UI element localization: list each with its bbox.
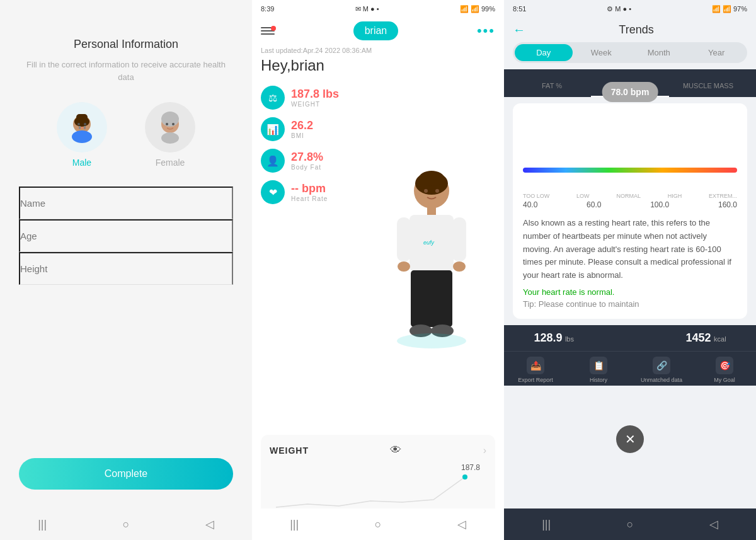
chart-arrow-icon[interactable]: › <box>483 445 486 456</box>
complete-button[interactable]: Complete <box>19 458 233 490</box>
screen-dashboard: 8:39 ✉ M ● • 📶 📶 99% brian ••• Last upda… <box>252 0 504 540</box>
svg-rect-2 <box>76 114 88 120</box>
bodyfat-metric[interactable]: 👤 27.8% Body Fat <box>261 149 353 173</box>
user-pill[interactable]: brian <box>353 21 399 40</box>
nav3-back-icon[interactable]: ||| <box>542 518 551 531</box>
unmatched-data-label: Unmatched data <box>641 377 682 383</box>
heart-description: Also known as a resting heart rate, this… <box>523 217 737 282</box>
heartrate-icon: ❤ <box>261 180 285 204</box>
heartrate-metric[interactable]: ❤ -- bpm Heart Rate <box>261 180 353 204</box>
chart-area: 187.8 <box>270 463 486 514</box>
male-avatar-image <box>57 102 107 152</box>
nav3-recents-icon[interactable]: ◁ <box>709 517 718 531</box>
tab-fat[interactable]: FAT % <box>513 76 591 97</box>
dashboard-body: ⚖ 187.8 lbs WEIGHT 📊 26.2 BMI 👤 27.8% Bo… <box>252 79 504 428</box>
stat-weight: 128.9 lbs <box>534 331 574 345</box>
gauge-num-100: 100.0 <box>650 200 669 209</box>
avatar-male[interactable]: Male <box>57 102 107 168</box>
history-label: History <box>590 377 607 383</box>
status-battery-2: 📶 📶 99% <box>460 5 495 13</box>
menu-line-3 <box>261 33 275 35</box>
nav2-home-icon[interactable]: ○ <box>375 518 382 531</box>
export-report-label: Export Report <box>518 377 553 383</box>
status-battery-3: 📶 📶 97% <box>712 5 747 13</box>
gauge-label-extreme: EXTREM... <box>709 193 737 199</box>
trends-header: ← Trends <box>504 18 756 42</box>
gauge-value-bubble: 78.0 bpm <box>602 82 658 102</box>
avatar-female[interactable]: Female <box>145 102 195 168</box>
female-avatar-image <box>145 102 195 152</box>
name-input[interactable] <box>19 187 233 219</box>
time-tabs: Day Week Month Year <box>513 42 747 63</box>
more-options-button[interactable]: ••• <box>477 23 495 39</box>
back-button[interactable]: ← <box>513 23 525 37</box>
bodyfat-info: 27.8% Body Fat <box>291 151 323 171</box>
svg-point-11 <box>166 123 168 125</box>
heartrate-info: -- bpm Heart Rate <box>291 182 328 202</box>
bodyfat-label: Body Fat <box>291 164 323 171</box>
screen-trends: 8:51 ⚙ M ● • 📶 📶 97% ← Trends Day Week M… <box>504 0 756 540</box>
weight-metric[interactable]: ⚖ 187.8 lbs WEIGHT <box>261 86 353 110</box>
weight-label: WEIGHT <box>291 101 339 108</box>
tab-year[interactable]: Year <box>688 44 746 61</box>
heart-status: Your heart rate is normal. <box>523 287 737 297</box>
bmi-label: BMI <box>291 132 313 139</box>
status-bar-3: 8:51 ⚙ M ● • 📶 📶 97% <box>504 0 756 18</box>
tab-week[interactable]: Week <box>573 44 631 61</box>
heart-tip: Tip: Please continue to maintain <box>523 299 737 309</box>
svg-rect-6 <box>79 126 81 129</box>
svg-point-29 <box>397 333 466 348</box>
menu-button[interactable] <box>261 27 275 35</box>
svg-rect-7 <box>84 126 86 129</box>
tab-day[interactable]: Day <box>515 44 573 61</box>
nav-history[interactable]: 📋 History <box>567 357 630 383</box>
svg-point-12 <box>172 123 175 125</box>
tab-month[interactable]: Month <box>630 44 688 61</box>
trends-title: Trends <box>525 23 747 37</box>
nav-my-goal[interactable]: 🎯 My Goal <box>693 357 756 383</box>
svg-point-10 <box>161 112 179 127</box>
heartrate-value: -- bpm <box>291 182 328 195</box>
svg-point-3 <box>77 123 80 125</box>
nav-recents-icon[interactable]: ◁ <box>205 517 214 531</box>
nav2-recents-icon[interactable]: ◁ <box>457 517 466 531</box>
weight-value: 187.8 lbs <box>291 88 339 101</box>
stat-kcal-value: 1452 <box>686 331 711 344</box>
gauge-bar <box>523 168 737 173</box>
svg-point-18 <box>435 189 439 193</box>
height-input[interactable] <box>19 252 233 285</box>
gauge-label-low: LOW <box>576 193 590 199</box>
nav-home-icon[interactable]: ○ <box>123 518 130 531</box>
svg-point-8 <box>72 130 92 143</box>
svg-point-30 <box>462 474 467 480</box>
svg-rect-26 <box>411 270 452 327</box>
stat-kcal: 1452 kcal <box>686 331 726 345</box>
nav-export-report[interactable]: 📤 Export Report <box>504 357 567 383</box>
greeting-text: Hey,brian <box>252 57 504 74</box>
form-fields <box>0 187 252 285</box>
bottom-nav-bar: 📤 Export Report 📋 History 🔗 Unmatched da… <box>504 351 756 386</box>
chart-value: 187.8 <box>461 463 480 472</box>
chart-svg <box>270 469 486 514</box>
svg-point-25 <box>453 261 466 272</box>
tab-muscle[interactable]: MUSCLE MASS <box>669 76 747 97</box>
nav-back-icon[interactable]: ||| <box>38 518 47 531</box>
weight-icon: ⚖ <box>261 86 285 110</box>
close-fab-button[interactable]: ✕ <box>616 425 644 453</box>
stat-weight-unit: lbs <box>565 335 574 343</box>
nav-unmatched-data[interactable]: 🔗 Unmatched data <box>630 357 693 383</box>
nav3-home-icon[interactable]: ○ <box>627 518 634 531</box>
age-input[interactable] <box>19 219 233 252</box>
gauge-label-normal: NORMAL <box>616 193 641 199</box>
weight-info: 187.8 lbs WEIGHT <box>291 88 339 108</box>
nav2-back-icon[interactable]: ||| <box>290 518 299 531</box>
stat-weight-value: 128.9 <box>534 331 562 344</box>
chart-eye-icon[interactable]: 👁 <box>390 444 401 457</box>
screen2-nav-bar: ||| ○ ◁ <box>252 508 504 540</box>
avatar-3d-image: eufy <box>384 159 479 348</box>
unmatched-data-icon: 🔗 <box>653 357 670 374</box>
bmi-metric[interactable]: 📊 26.2 BMI <box>261 117 353 141</box>
bmi-icon: 📊 <box>261 117 285 141</box>
avatar-3d: eufy <box>359 79 504 428</box>
my-goal-label: My Goal <box>714 377 735 383</box>
